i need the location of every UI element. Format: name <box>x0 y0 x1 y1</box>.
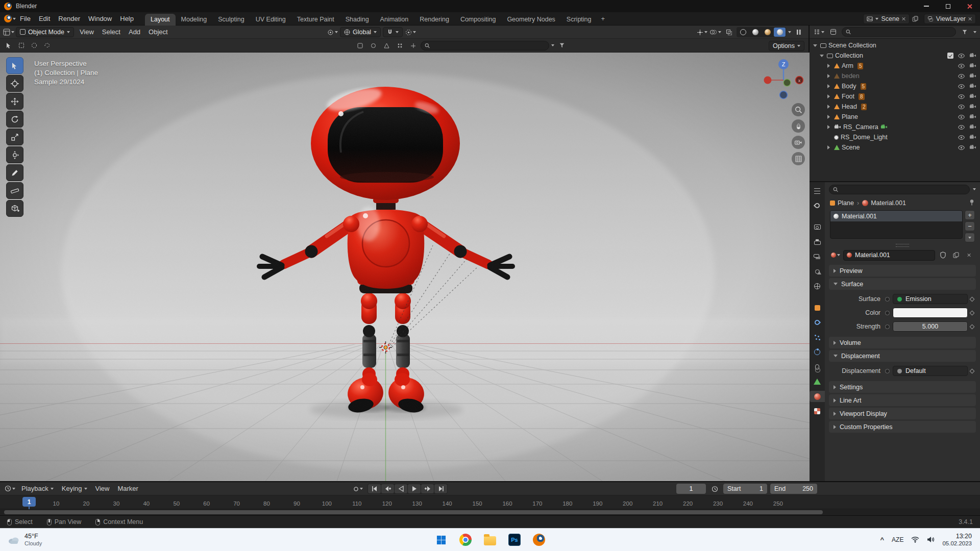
breadcrumb-material[interactable]: Material.001 <box>871 199 906 207</box>
play-button[interactable] <box>408 484 421 493</box>
eye-icon[interactable] <box>958 53 965 59</box>
shading-wireframe-button[interactable] <box>737 28 749 37</box>
outliner-collection[interactable]: Collection <box>810 51 980 61</box>
show-overlays-button[interactable] <box>709 27 721 37</box>
properties-tab-render[interactable] <box>810 221 825 233</box>
timeline-menu-view[interactable]: View <box>91 484 114 493</box>
breadcrumb-object[interactable]: Plane <box>838 199 854 207</box>
taskbar-app-start[interactable] <box>431 530 451 549</box>
frame-clock-icon[interactable] <box>709 484 720 494</box>
maximize-button[interactable] <box>937 0 959 12</box>
properties-tab-physics[interactable] <box>810 346 825 358</box>
mode-select[interactable]: Object Mode <box>16 27 74 37</box>
camera-icon[interactable] <box>969 135 976 140</box>
properties-tab-scene[interactable] <box>810 266 825 277</box>
menu-help[interactable]: Help <box>116 14 138 23</box>
wifi-icon[interactable] <box>911 536 919 543</box>
menu-edit[interactable]: Edit <box>35 14 54 23</box>
tool-scale[interactable] <box>6 129 23 145</box>
orientation-select[interactable]: Global <box>340 27 381 37</box>
eye-icon[interactable] <box>958 73 965 79</box>
shading-solid-button[interactable] <box>749 28 761 37</box>
camera-icon[interactable] <box>969 114 976 119</box>
workspace-tab-scripting[interactable]: Scripting <box>561 14 597 26</box>
timeline-editor-icon[interactable] <box>4 484 15 494</box>
jump-to-start-button[interactable] <box>368 484 381 493</box>
shading-rendered-button[interactable] <box>774 28 786 37</box>
properties-search[interactable] <box>829 185 970 194</box>
outliner-item-beden[interactable]: beden <box>810 71 980 81</box>
panel-header-viewport-display[interactable]: Viewport Display <box>829 408 976 419</box>
viewlayer-unlink-icon[interactable] <box>968 17 972 21</box>
outliner-item-arm[interactable]: Arm5 <box>810 61 980 71</box>
properties-tab-view-layer[interactable] <box>810 251 825 262</box>
workspace-tab-geometry-nodes[interactable]: Geometry Nodes <box>501 14 560 26</box>
minimize-button[interactable] <box>916 0 937 12</box>
properties-editor-icon[interactable] <box>810 185 825 196</box>
viewport-menu-select[interactable]: Select <box>98 27 125 37</box>
taskbar-app-photoshop[interactable]: Ps <box>504 530 525 549</box>
editor-type-button[interactable] <box>3 27 14 37</box>
properties-tab-particles[interactable] <box>810 332 825 343</box>
gizmo-y-axis[interactable] <box>783 79 791 86</box>
tool-annotate[interactable] <box>6 164 23 181</box>
filter-funnel-icon[interactable] <box>556 40 568 51</box>
zoom-button[interactable] <box>792 103 805 116</box>
select-box-button[interactable] <box>16 40 27 51</box>
current-frame-field[interactable]: 1 <box>676 484 706 494</box>
taskbar-app-explorer[interactable] <box>480 530 500 549</box>
outliner-search-input[interactable] <box>853 29 952 36</box>
playhead[interactable]: 1 <box>22 497 36 507</box>
tool-transform[interactable] <box>6 146 23 163</box>
tool-add-cube[interactable] <box>6 200 23 217</box>
toolsettings-icon-2[interactable] <box>368 40 379 51</box>
camera-icon[interactable] <box>880 124 888 130</box>
add-workspace-button[interactable]: + <box>597 14 609 23</box>
ortho-toggle-button[interactable] <box>792 152 805 165</box>
select-circle-button[interactable] <box>29 40 40 51</box>
pause-render-button[interactable] <box>793 27 804 37</box>
options-button[interactable]: Options <box>769 41 804 51</box>
properties-tab-output[interactable] <box>810 236 825 247</box>
taskbar-app-blender[interactable] <box>529 530 549 549</box>
workspace-tab-compositing[interactable]: Compositing <box>455 14 501 26</box>
eye-icon[interactable] <box>958 63 965 69</box>
camera-icon[interactable] <box>969 145 976 150</box>
camera-icon[interactable] <box>969 94 976 99</box>
tool-move[interactable] <box>6 93 23 110</box>
keyframe-decorator[interactable] <box>968 297 976 301</box>
tool-select-box[interactable] <box>6 57 23 74</box>
next-keyframe-button[interactable] <box>421 484 434 493</box>
outliner-editor-icon[interactable] <box>813 27 824 37</box>
transform-pivot-button[interactable] <box>327 27 338 37</box>
camera-icon[interactable] <box>969 63 976 68</box>
field-displacement[interactable]: Default <box>893 366 968 376</box>
properties-tab-tool[interactable] <box>810 200 825 211</box>
select-lasso-button[interactable] <box>41 40 53 51</box>
proportional-editing-button[interactable] <box>405 27 416 37</box>
menu-render[interactable]: Render <box>54 14 84 23</box>
remove-slot-button[interactable]: − <box>965 221 975 231</box>
pan-hand-button[interactable] <box>792 119 805 133</box>
camera-view-button[interactable] <box>792 136 805 149</box>
field-surface[interactable]: Emission <box>893 294 968 304</box>
workspace-tab-rendering[interactable]: Rendering <box>414 14 455 26</box>
close-button[interactable] <box>959 0 980 12</box>
play-reverse-button[interactable] <box>395 484 407 493</box>
eye-icon[interactable] <box>958 124 965 130</box>
unlink-material-icon[interactable] <box>964 250 975 260</box>
field-color[interactable] <box>893 308 968 318</box>
xray-toggle-button[interactable] <box>723 27 734 37</box>
camera-icon[interactable] <box>834 124 841 130</box>
camera-icon[interactable] <box>969 73 976 79</box>
language-indicator[interactable]: AZE <box>892 536 903 543</box>
toolsettings-icon-4[interactable] <box>394 40 405 51</box>
select-tweak-button[interactable] <box>3 40 14 51</box>
toolsettings-icon-3[interactable] <box>381 40 392 51</box>
properties-tab-constraints[interactable] <box>810 361 825 372</box>
camera-icon[interactable] <box>969 104 976 109</box>
eye-icon[interactable] <box>958 104 965 110</box>
properties-search-input[interactable] <box>841 186 966 193</box>
viewport-search[interactable] <box>421 41 549 51</box>
workspace-tab-animation[interactable]: Animation <box>375 14 414 26</box>
